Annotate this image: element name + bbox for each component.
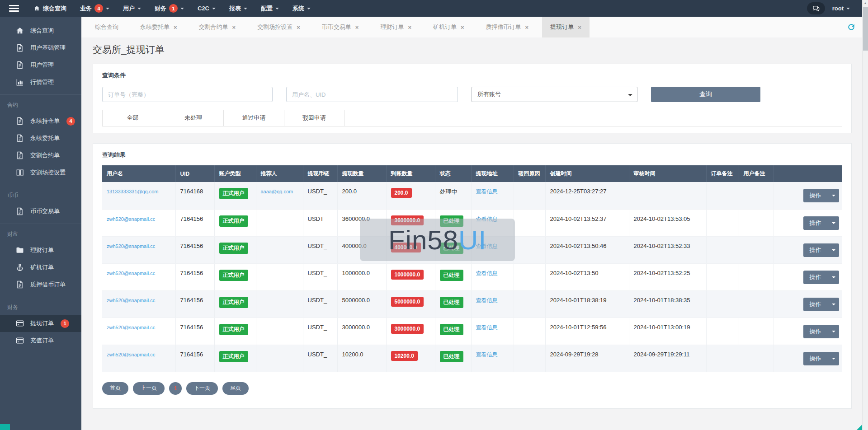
tab-综合查询[interactable]: 综合查询 bbox=[87, 17, 127, 37]
close-icon[interactable]: × bbox=[525, 24, 529, 31]
tab-交割场控设置[interactable]: 交割场控设置× bbox=[249, 17, 308, 37]
menu-item-config[interactable]: 配置 bbox=[261, 5, 279, 13]
sidebar-item-label: 交割合约单 bbox=[30, 151, 60, 159]
username-cell: zwh520@snapmail.cc bbox=[102, 209, 175, 236]
account-type-select[interactable]: 所有账号 bbox=[472, 87, 637, 102]
username-link[interactable]: zwh520@snapmail.cc bbox=[107, 325, 155, 330]
sidebar-item-miner[interactable]: 矿机订单 bbox=[0, 259, 81, 276]
ops-button[interactable]: 操作 bbox=[803, 325, 828, 338]
menu-item-report[interactable]: 报表 bbox=[229, 5, 247, 13]
ops-button[interactable]: 操作 bbox=[803, 189, 828, 202]
order-note-cell bbox=[706, 182, 739, 209]
username-link[interactable]: zwh520@snapmail.cc bbox=[107, 352, 155, 357]
close-icon[interactable]: × bbox=[232, 24, 236, 31]
username-link[interactable]: zwh520@snapmail.cc bbox=[107, 271, 155, 276]
tab-理财订单[interactable]: 理财订单× bbox=[372, 17, 420, 37]
filter-tab-驳回申请[interactable]: 驳回申请 bbox=[284, 110, 344, 126]
refresh-icon[interactable] bbox=[847, 23, 856, 32]
sidebar-item-perp-order[interactable]: 永续委托单 bbox=[0, 130, 81, 147]
menu-item-user[interactable]: 用户 bbox=[123, 5, 141, 13]
tab-永续委托单[interactable]: 永续委托单× bbox=[132, 17, 185, 37]
sidebar-item-query[interactable]: 综合查询 bbox=[0, 22, 81, 39]
user-uid-input[interactable] bbox=[286, 87, 458, 102]
ops-caret-button[interactable] bbox=[828, 243, 839, 257]
filter-tab-全部[interactable]: 全部 bbox=[102, 110, 163, 126]
user-note-cell bbox=[739, 182, 774, 209]
tab-币币交易单[interactable]: 币币交易单× bbox=[314, 17, 367, 37]
sidebar-item-pledge[interactable]: 质押借币订单 bbox=[0, 276, 81, 293]
username-link[interactable]: zwh520@snapmail.cc bbox=[107, 216, 155, 222]
address-info-link[interactable]: 查看信息 bbox=[476, 270, 498, 276]
close-icon[interactable]: × bbox=[461, 24, 464, 31]
scrollbar-thumb[interactable] bbox=[863, 7, 868, 51]
address-info-link[interactable]: 查看信息 bbox=[476, 188, 498, 195]
menu-item-query[interactable]: 综合查询 bbox=[33, 5, 66, 13]
sidebar-item-user-base[interactable]: 用户基础管理 bbox=[0, 39, 81, 56]
tab-矿机订单[interactable]: 矿机订单× bbox=[425, 17, 472, 37]
ops-caret-button[interactable] bbox=[828, 216, 839, 230]
sidebar-item-deposit[interactable]: 充值订单 bbox=[0, 332, 81, 349]
tab-提现订单[interactable]: 提现订单× bbox=[542, 17, 590, 37]
first-page-button[interactable]: 首页 bbox=[102, 382, 128, 395]
menu-item-finance[interactable]: 财务1 bbox=[155, 4, 184, 13]
sidebar-item-delivery[interactable]: 交割合约单 bbox=[0, 147, 81, 164]
ops-cell: 操作 bbox=[774, 345, 842, 372]
ops-caret-button[interactable] bbox=[828, 352, 839, 365]
chevron-down-icon bbox=[212, 8, 216, 11]
last-page-button[interactable]: 尾页 bbox=[222, 382, 249, 395]
address-info-link[interactable]: 查看信息 bbox=[476, 297, 498, 304]
menu-item-c2c[interactable]: C2C bbox=[198, 5, 216, 12]
audited-time: 2024-10-02T13:53:05 bbox=[634, 215, 690, 222]
close-icon[interactable]: × bbox=[578, 24, 581, 31]
filter-tab-通过申请[interactable]: 通过申请 bbox=[223, 110, 284, 126]
sidebar-item-wealth[interactable]: 理财订单 bbox=[0, 242, 81, 259]
amount-cell: 200.0 bbox=[337, 182, 386, 209]
ops-caret-button[interactable] bbox=[828, 271, 839, 284]
sidebar-item-label: 充值订单 bbox=[30, 337, 54, 345]
window-scrollbar[interactable]: ▲ bbox=[862, 0, 868, 430]
query-button[interactable]: 查询 bbox=[651, 87, 760, 102]
close-icon[interactable]: × bbox=[408, 24, 411, 31]
results-panel-title: 查询结果 bbox=[102, 151, 842, 159]
next-page-button[interactable]: 下一页 bbox=[186, 382, 218, 395]
username-link[interactable]: zwh520@snapmail.cc bbox=[107, 243, 155, 249]
menu-item-system[interactable]: 系统 bbox=[292, 5, 311, 13]
prev-page-button[interactable]: 上一页 bbox=[133, 382, 165, 395]
ops-caret-button[interactable] bbox=[828, 189, 839, 202]
sidebar-item-label: 矿机订单 bbox=[30, 263, 54, 271]
sidebar-item-user-mgmt[interactable]: 用户管理 bbox=[0, 56, 81, 74]
ops-caret-button[interactable] bbox=[828, 325, 839, 338]
ops-button[interactable]: 操作 bbox=[803, 216, 828, 230]
order-id-input[interactable] bbox=[102, 87, 273, 102]
sidebar-item-market[interactable]: 行情管理 bbox=[0, 74, 81, 91]
tab-交割合约单[interactable]: 交割合约单× bbox=[191, 17, 244, 37]
close-icon[interactable]: × bbox=[297, 24, 300, 31]
close-icon[interactable]: × bbox=[355, 24, 359, 31]
ops-button[interactable]: 操作 bbox=[803, 298, 828, 311]
ops-button[interactable]: 操作 bbox=[803, 271, 828, 284]
close-icon[interactable]: × bbox=[174, 24, 177, 31]
ops-caret-button[interactable] bbox=[828, 298, 839, 311]
user-menu[interactable]: root bbox=[832, 5, 850, 12]
sidebar-item-perp-pos[interactable]: 永续持仓单4 bbox=[0, 112, 81, 130]
referrer-link[interactable]: aaaa@qq.com bbox=[261, 189, 293, 194]
address-info-link[interactable]: 查看信息 bbox=[476, 351, 498, 358]
scroll-up-icon[interactable]: ▲ bbox=[863, 0, 868, 6]
username-link[interactable]: zwh520@snapmail.cc bbox=[107, 298, 155, 303]
ops-button[interactable]: 操作 bbox=[803, 243, 828, 257]
username-link[interactable]: 13133333331@qq.com bbox=[107, 189, 159, 194]
user-note-cell bbox=[739, 236, 774, 263]
filter-tab-未处理[interactable]: 未处理 bbox=[163, 110, 223, 126]
sidebar-item-spot[interactable]: 币币交易单 bbox=[0, 203, 81, 220]
uid-value: 7164168 bbox=[180, 188, 203, 195]
current-page-indicator[interactable]: 1 bbox=[169, 382, 182, 395]
address-info-link[interactable]: 查看信息 bbox=[476, 324, 498, 331]
menu-item-biz[interactable]: 业务4 bbox=[80, 4, 109, 13]
ops-cell: 操作 bbox=[774, 236, 842, 263]
ops-button[interactable]: 操作 bbox=[803, 352, 828, 365]
tab-质押借币订单[interactable]: 质押借币订单× bbox=[478, 17, 537, 37]
sidebar-item-delivery-set[interactable]: 交割场控设置 bbox=[0, 164, 81, 181]
sidebar-item-withdraw[interactable]: 提现订单1 bbox=[0, 315, 81, 332]
chat-icon[interactable] bbox=[807, 2, 825, 14]
menu-toggle-icon[interactable] bbox=[9, 5, 19, 12]
